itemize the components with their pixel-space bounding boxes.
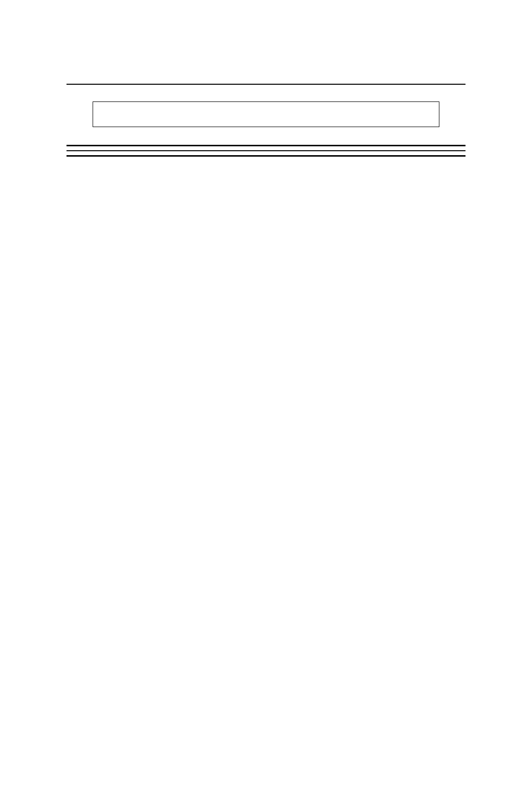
col-header-signal	[338, 151, 466, 155]
title-rule	[66, 84, 466, 85]
table-caption	[66, 146, 466, 150]
pin-box	[93, 101, 439, 127]
table-header-row	[66, 151, 466, 155]
pinout-table	[66, 151, 466, 155]
col-header-pin	[266, 151, 338, 155]
connector-diagram	[93, 89, 439, 138]
col-header-pin	[66, 151, 138, 155]
page-footer	[66, 730, 72, 740]
table-bottom-rule	[66, 155, 466, 157]
col-header-signal	[138, 151, 266, 155]
